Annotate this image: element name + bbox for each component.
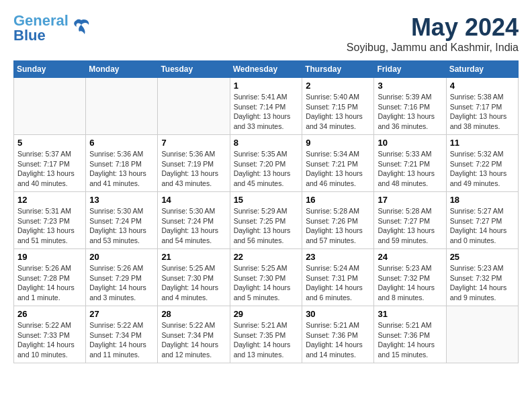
day-info: Sunrise: 5:40 AM Sunset: 7:15 PM Dayligh…	[306, 92, 370, 132]
day-number: 12	[17, 195, 82, 205]
weekday-header-friday: Friday	[374, 61, 446, 78]
day-info: Sunrise: 5:22 AM Sunset: 7:33 PM Dayligh…	[17, 320, 82, 360]
week-row-2: 5Sunrise: 5:37 AM Sunset: 7:17 PM Daylig…	[14, 135, 519, 192]
calendar-cell	[14, 78, 86, 135]
day-info: Sunrise: 5:41 AM Sunset: 7:14 PM Dayligh…	[234, 92, 299, 132]
calendar-cell: 16Sunrise: 5:28 AM Sunset: 7:26 PM Dayli…	[302, 192, 374, 249]
day-info: Sunrise: 5:30 AM Sunset: 7:24 PM Dayligh…	[89, 206, 154, 246]
logo-name2: Blue	[13, 28, 69, 43]
day-info: Sunrise: 5:36 AM Sunset: 7:18 PM Dayligh…	[89, 149, 154, 189]
day-number: 25	[450, 252, 515, 262]
logo-name: General	[13, 13, 69, 28]
day-info: Sunrise: 5:21 AM Sunset: 7:35 PM Dayligh…	[234, 320, 299, 360]
calendar-cell: 17Sunrise: 5:28 AM Sunset: 7:27 PM Dayli…	[374, 192, 446, 249]
day-number: 27	[89, 309, 154, 319]
calendar-cell: 4Sunrise: 5:38 AM Sunset: 7:17 PM Daylig…	[446, 78, 518, 135]
logo-bird-icon	[71, 17, 91, 40]
weekday-header-row: SundayMondayTuesdayWednesdayThursdayFrid…	[14, 61, 519, 78]
day-info: Sunrise: 5:26 AM Sunset: 7:28 PM Dayligh…	[17, 263, 82, 303]
day-number: 6	[89, 138, 154, 148]
calendar-cell: 28Sunrise: 5:22 AM Sunset: 7:34 PM Dayli…	[158, 306, 230, 363]
day-info: Sunrise: 5:24 AM Sunset: 7:31 PM Dayligh…	[306, 263, 370, 303]
day-number: 21	[161, 252, 226, 262]
calendar-cell: 31Sunrise: 5:21 AM Sunset: 7:36 PM Dayli…	[374, 306, 446, 363]
day-info: Sunrise: 5:31 AM Sunset: 7:23 PM Dayligh…	[17, 206, 82, 246]
day-info: Sunrise: 5:28 AM Sunset: 7:27 PM Dayligh…	[378, 206, 442, 246]
weekday-header-monday: Monday	[86, 61, 158, 78]
day-number: 23	[306, 252, 370, 262]
day-number: 28	[161, 309, 226, 319]
calendar-cell: 12Sunrise: 5:31 AM Sunset: 7:23 PM Dayli…	[14, 192, 86, 249]
day-number: 7	[161, 138, 226, 148]
page-header: General Blue May 2024 Soyibug, Jammu and…	[13, 13, 519, 54]
week-row-1: 1Sunrise: 5:41 AM Sunset: 7:14 PM Daylig…	[14, 78, 519, 135]
day-info: Sunrise: 5:37 AM Sunset: 7:17 PM Dayligh…	[17, 149, 82, 189]
day-info: Sunrise: 5:22 AM Sunset: 7:34 PM Dayligh…	[89, 320, 154, 360]
weekday-header-wednesday: Wednesday	[230, 61, 302, 78]
day-number: 26	[17, 309, 82, 319]
day-info: Sunrise: 5:39 AM Sunset: 7:16 PM Dayligh…	[378, 92, 442, 132]
calendar-cell: 3Sunrise: 5:39 AM Sunset: 7:16 PM Daylig…	[374, 78, 446, 135]
day-number: 13	[89, 195, 154, 205]
week-row-4: 19Sunrise: 5:26 AM Sunset: 7:28 PM Dayli…	[14, 249, 519, 306]
calendar-cell: 2Sunrise: 5:40 AM Sunset: 7:15 PM Daylig…	[302, 78, 374, 135]
title-block: May 2024 Soyibug, Jammu and Kashmir, Ind…	[347, 13, 519, 54]
calendar-cell: 21Sunrise: 5:25 AM Sunset: 7:30 PM Dayli…	[158, 249, 230, 306]
day-number: 15	[234, 195, 299, 205]
day-info: Sunrise: 5:21 AM Sunset: 7:36 PM Dayligh…	[306, 320, 370, 360]
day-info: Sunrise: 5:25 AM Sunset: 7:30 PM Dayligh…	[234, 263, 299, 303]
day-info: Sunrise: 5:23 AM Sunset: 7:32 PM Dayligh…	[378, 263, 442, 303]
day-info: Sunrise: 5:30 AM Sunset: 7:24 PM Dayligh…	[161, 206, 226, 246]
calendar-cell: 30Sunrise: 5:21 AM Sunset: 7:36 PM Dayli…	[302, 306, 374, 363]
day-number: 3	[378, 81, 442, 91]
day-number: 30	[306, 309, 370, 319]
day-number: 10	[378, 138, 442, 148]
day-info: Sunrise: 5:26 AM Sunset: 7:29 PM Dayligh…	[89, 263, 154, 303]
calendar-cell: 24Sunrise: 5:23 AM Sunset: 7:32 PM Dayli…	[374, 249, 446, 306]
calendar-cell: 9Sunrise: 5:34 AM Sunset: 7:21 PM Daylig…	[302, 135, 374, 192]
month-title: May 2024	[347, 13, 519, 42]
day-info: Sunrise: 5:21 AM Sunset: 7:36 PM Dayligh…	[378, 320, 442, 360]
calendar-cell: 8Sunrise: 5:35 AM Sunset: 7:20 PM Daylig…	[230, 135, 302, 192]
day-number: 17	[378, 195, 442, 205]
calendar-cell: 5Sunrise: 5:37 AM Sunset: 7:17 PM Daylig…	[14, 135, 86, 192]
calendar-table: SundayMondayTuesdayWednesdayThursdayFrid…	[13, 60, 519, 363]
day-number: 11	[450, 138, 515, 148]
calendar-cell: 20Sunrise: 5:26 AM Sunset: 7:29 PM Dayli…	[86, 249, 158, 306]
day-number: 20	[89, 252, 154, 262]
location: Soyibug, Jammu and Kashmir, India	[347, 42, 519, 54]
day-info: Sunrise: 5:36 AM Sunset: 7:19 PM Dayligh…	[161, 149, 226, 189]
calendar-cell: 10Sunrise: 5:33 AM Sunset: 7:21 PM Dayli…	[374, 135, 446, 192]
day-number: 19	[17, 252, 82, 262]
weekday-header-sunday: Sunday	[14, 61, 86, 78]
calendar-cell: 11Sunrise: 5:32 AM Sunset: 7:22 PM Dayli…	[446, 135, 518, 192]
day-info: Sunrise: 5:29 AM Sunset: 7:25 PM Dayligh…	[234, 206, 299, 246]
weekday-header-tuesday: Tuesday	[158, 61, 230, 78]
day-info: Sunrise: 5:28 AM Sunset: 7:26 PM Dayligh…	[306, 206, 370, 246]
day-info: Sunrise: 5:23 AM Sunset: 7:32 PM Dayligh…	[450, 263, 515, 303]
week-row-3: 12Sunrise: 5:31 AM Sunset: 7:23 PM Dayli…	[14, 192, 519, 249]
day-number: 14	[161, 195, 226, 205]
calendar-cell: 19Sunrise: 5:26 AM Sunset: 7:28 PM Dayli…	[14, 249, 86, 306]
calendar-cell: 27Sunrise: 5:22 AM Sunset: 7:34 PM Dayli…	[86, 306, 158, 363]
day-number: 9	[306, 138, 370, 148]
day-info: Sunrise: 5:27 AM Sunset: 7:27 PM Dayligh…	[450, 206, 515, 246]
day-number: 22	[234, 252, 299, 262]
day-info: Sunrise: 5:32 AM Sunset: 7:22 PM Dayligh…	[450, 149, 515, 189]
day-info: Sunrise: 5:22 AM Sunset: 7:34 PM Dayligh…	[161, 320, 226, 360]
day-number: 18	[450, 195, 515, 205]
calendar-cell: 22Sunrise: 5:25 AM Sunset: 7:30 PM Dayli…	[230, 249, 302, 306]
calendar-cell: 23Sunrise: 5:24 AM Sunset: 7:31 PM Dayli…	[302, 249, 374, 306]
day-number: 1	[234, 81, 299, 91]
weekday-header-thursday: Thursday	[302, 61, 374, 78]
calendar-cell: 14Sunrise: 5:30 AM Sunset: 7:24 PM Dayli…	[158, 192, 230, 249]
calendar-cell: 13Sunrise: 5:30 AM Sunset: 7:24 PM Dayli…	[86, 192, 158, 249]
day-info: Sunrise: 5:34 AM Sunset: 7:21 PM Dayligh…	[306, 149, 370, 189]
day-info: Sunrise: 5:33 AM Sunset: 7:21 PM Dayligh…	[378, 149, 442, 189]
calendar-cell: 15Sunrise: 5:29 AM Sunset: 7:25 PM Dayli…	[230, 192, 302, 249]
calendar-cell: 26Sunrise: 5:22 AM Sunset: 7:33 PM Dayli…	[14, 306, 86, 363]
day-info: Sunrise: 5:35 AM Sunset: 7:20 PM Dayligh…	[234, 149, 299, 189]
day-number: 16	[306, 195, 370, 205]
weekday-header-saturday: Saturday	[446, 61, 518, 78]
calendar-cell	[158, 78, 230, 135]
